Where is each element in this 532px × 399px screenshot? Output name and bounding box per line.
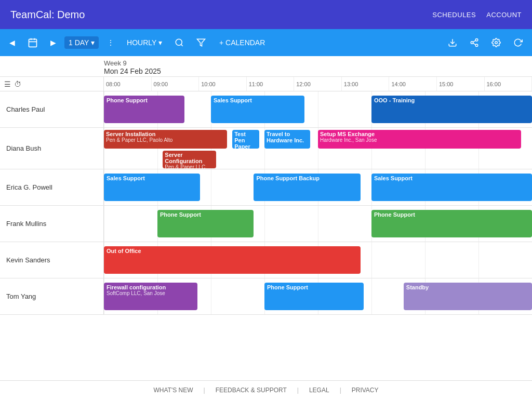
svg-line-11 (473, 43, 475, 45)
date-label: Mon 24 Feb 2025 (104, 67, 428, 75)
svg-point-10 (475, 44, 478, 47)
footer-separator: | (204, 387, 205, 394)
hourly-view-select[interactable]: HOURLY ▾ (123, 35, 166, 50)
svg-rect-0 (29, 39, 37, 47)
resource-name-erica-g.-powell: Erica G. Powell (0, 169, 104, 205)
event[interactable]: Phone Support Backup (254, 174, 361, 201)
event[interactable]: Phone Support (264, 283, 364, 310)
resource-name-frank-mullins: Frank Mullins (0, 206, 104, 242)
svg-line-5 (181, 44, 183, 46)
refresh-button[interactable] (509, 35, 527, 50)
time-cell-1400: 14:00 (389, 77, 437, 91)
resource-row: Charles PaulPhone SupportSales SupportOO… (0, 91, 532, 128)
svg-point-9 (471, 42, 473, 44)
event[interactable]: Phone Support (104, 96, 184, 123)
event[interactable]: Travel to Hardware Inc. (264, 130, 310, 149)
event[interactable]: Setup MS ExchangeHardware Inc., San Jose (318, 130, 521, 149)
more-options-button[interactable]: ⋮ (103, 35, 118, 50)
nav-schedules[interactable]: SCHEDULES (432, 11, 476, 19)
resource-rows: Charles PaulPhone SupportSales SupportOO… (0, 91, 532, 380)
event[interactable]: Sales Support (104, 174, 200, 201)
event[interactable]: Firewall configurationSoftComp LLC, San … (104, 283, 197, 310)
time-cell-1600: 16:00 (485, 77, 533, 91)
resource-timeline-5: Firewall configurationSoftComp LLC, San … (104, 278, 532, 314)
footer-separator: | (297, 387, 299, 394)
resource-timeline-2: Sales SupportPhone Support BackupSales S… (104, 169, 532, 205)
header-nav: SCHEDULES ACCOUNT (432, 11, 522, 19)
footer-link-feedback-&-support[interactable]: FEEDBACK & SUPPORT (216, 387, 287, 394)
resource-timeline-1: Server InstallationPen & Paper LLC, Paol… (104, 128, 532, 169)
event[interactable]: Sales Support (211, 96, 304, 123)
event[interactable]: OOO - Training (371, 96, 532, 123)
time-cell-1300: 13:00 (342, 77, 390, 91)
prev-button[interactable]: ◀ (5, 35, 19, 50)
nav-account[interactable]: ACCOUNT (486, 11, 522, 19)
svg-point-13 (495, 42, 498, 44)
footer-link-privacy[interactable]: PRIVACY (352, 387, 379, 394)
resource-row: Erica G. PowellSales SupportPhone Suppor… (0, 169, 532, 206)
filter-icon[interactable]: ☰ (4, 80, 11, 88)
resource-timeline-0: Phone SupportSales SupportOOO - Training (104, 91, 532, 127)
footer: WHAT'S NEW|FEEDBACK & SUPPORT|LEGAL|PRIV… (0, 380, 532, 399)
resource-name-kevin-sanders: Kevin Sanders (0, 242, 104, 278)
svg-point-4 (176, 39, 182, 45)
time-cell-0900: 09:00 (152, 77, 200, 91)
event[interactable]: Server ConfigurationPen & Paper LLC, Pao… (163, 151, 216, 168)
next-button[interactable]: ▶ (46, 35, 60, 50)
resource-row: Tom YangFirewall configurationSoftComp L… (0, 278, 532, 315)
add-calendar-button[interactable]: + CALENDAR (214, 36, 270, 49)
event[interactable]: Phone Support (157, 210, 254, 237)
filter-button[interactable] (192, 35, 210, 50)
week-header: Week 9 Mon 24 Feb 2025 (0, 56, 532, 77)
time-cell-1000: 10:00 (199, 77, 247, 91)
resource-timeline-3: Phone SupportPhone Support (104, 206, 532, 242)
resource-row: Kevin SandersOut of Office (0, 242, 532, 278)
week-label: Week 9 (104, 59, 428, 67)
toolbar: ◀ ▶ 1 DAY ▾ ⋮ HOURLY ▾ + CALENDAR (0, 29, 532, 56)
resource-row: Diana BushServer InstallationPen & Paper… (0, 128, 532, 169)
time-header: ☰ ⏱ 08:0009:0010:0011:0012:0013:0014:001… (0, 77, 532, 91)
today-button[interactable] (23, 34, 42, 51)
event[interactable]: Phone Support (371, 210, 532, 237)
app-header: TeamCal: Demo SCHEDULES ACCOUNT (0, 0, 532, 29)
download-button[interactable] (444, 35, 461, 50)
event[interactable]: Out of Office (104, 246, 361, 274)
footer-separator: | (340, 387, 341, 394)
clock-icon[interactable]: ⏱ (14, 80, 21, 88)
day-view-select[interactable]: 1 DAY ▾ (64, 36, 99, 49)
calendar-area: Week 9 Mon 24 Feb 2025 ☰ ⏱ 08:0009:0010:… (0, 56, 532, 380)
settings-button[interactable] (487, 35, 505, 50)
svg-point-8 (475, 39, 478, 42)
time-cell-0800: 08:00 (104, 77, 152, 91)
event[interactable]: Standby (404, 283, 532, 310)
time-cell-1500: 15:00 (437, 77, 485, 91)
app-title: TeamCal: Demo (10, 9, 85, 21)
share-button[interactable] (466, 35, 483, 50)
search-button[interactable] (170, 35, 188, 50)
resource-name-tom-yang: Tom Yang (0, 278, 104, 314)
resource-name-charles-paul: Charles Paul (0, 91, 104, 127)
time-cols: 08:0009:0010:0011:0012:0013:0014:0015:00… (104, 77, 532, 91)
resource-timeline-4: Out of Office (104, 242, 532, 278)
resource-row: Frank MullinsPhone SupportPhone Support (0, 206, 532, 242)
time-cell-1200: 12:00 (294, 77, 342, 91)
event[interactable]: Test Pen Paper (232, 130, 259, 149)
time-cell-1100: 11:00 (247, 77, 295, 91)
filter-icons: ☰ ⏱ (4, 80, 21, 88)
toolbar-right (444, 35, 527, 50)
resource-name-diana-bush: Diana Bush (0, 128, 104, 169)
svg-marker-6 (197, 39, 205, 46)
event[interactable]: Server InstallationPen & Paper LLC, Paol… (104, 130, 227, 149)
name-col-header: ☰ ⏱ (0, 77, 104, 91)
svg-line-12 (473, 41, 475, 42)
footer-link-legal[interactable]: LEGAL (309, 387, 329, 394)
event[interactable]: Sales Support (371, 174, 532, 201)
footer-link-what's-new[interactable]: WHAT'S NEW (153, 387, 193, 394)
